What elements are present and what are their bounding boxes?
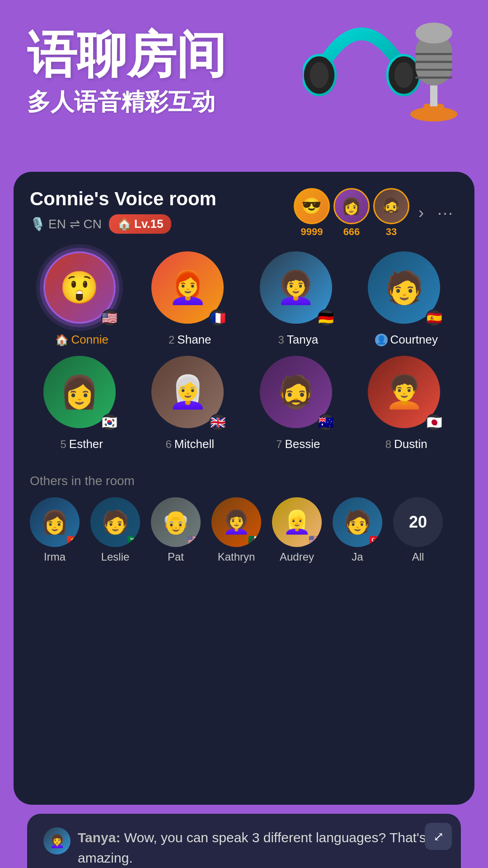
chat-content-tanya: Wow, you can speak 3 different languages… [78,830,426,865]
speaker-name-row-shane: 2 Shane [169,333,211,347]
speaker-name-row-dustin: 8 Dustin [385,437,427,451]
chat-overlay: ⤢ 👩‍🦱 Tanya: Wow, you can speak 3 differ… [27,814,461,868]
other-avatar-leslie: 🧑 🇸🇦 [90,497,140,547]
all-label: All [412,551,424,563]
others-title: Others in the room [30,474,458,488]
viewer-avatar-3: 🧔 [373,188,409,224]
other-name-audrey: Audrey [280,551,314,563]
speakers-section: 😲 🇺🇸 🏠 Connie 👩‍🦰 🇫🇷 2 Shane [14,247,474,465]
other-item-all[interactable]: 20 All [393,497,443,563]
room-meta: 🎙️ EN ⇌ CN 🏠 Lv.15 [30,214,216,234]
other-flag-leslie: 🇸🇦 [127,534,139,546]
speaker-name-connie: Connie [71,333,108,347]
speaker-item-esther[interactable]: 👩 🇰🇷 5 Esther [30,356,134,451]
other-name-leslie: Leslie [101,551,130,563]
other-name-pat: Pat [168,551,184,563]
speaker-name-row-tanya: 3 Tanya [278,333,318,347]
viewer-count-2: 666 [343,226,360,238]
speaker-num-tanya: 3 [278,334,284,346]
svg-point-1 [310,62,329,88]
others-section: Others in the room 👩 🇻🇳 Irma 🧑 🇸🇦 Leslie [14,465,474,572]
room-header: Connie's Voice room 🎙️ EN ⇌ CN 🏠 Lv.15 😎… [14,172,474,247]
microphone-icon [398,23,470,122]
speaker-name-bessie: Bessie [285,437,320,451]
viewer-avatar-2: 👩 [333,188,370,224]
speaker-flag-connie: 🇺🇸 [101,309,118,326]
speaker-avatar-wrapper-esther: 👩 🇰🇷 [43,356,120,433]
speaker-item-bessie[interactable]: 🧔 🇦🇺 7 Bessie [246,356,350,451]
speaker-name-row-bessie: 7 Bessie [276,437,320,451]
speaker-num-shane: 2 [169,334,174,346]
svg-point-12 [415,23,452,43]
viewer-count-3: 33 [386,226,397,238]
other-item-kathryn[interactable]: 👩‍🦱 🇩🇿 Kathryn [211,497,261,563]
speaker-name-esther: Esther [69,437,103,451]
viewer-avatar-1: 😎 [294,188,330,224]
speaker-name-shane: Shane [177,333,211,347]
user-icon-courtney: 👤 [375,334,388,346]
other-flag-irma: 🇻🇳 [66,534,79,546]
speaker-item-shane[interactable]: 👩‍🦰 🇫🇷 2 Shane [138,251,242,347]
speaker-num-esther: 5 [60,438,66,451]
speaker-avatar-wrapper-dustin: 🧑‍🦱 🇯🇵 [368,356,445,433]
speaker-flag-tanya: 🇩🇪 [318,309,335,326]
speaker-flag-dustin: 🇯🇵 [426,414,443,431]
speaker-name-row-connie: 🏠 Connie [55,333,108,347]
other-item-audrey[interactable]: 👱‍♀️ 🇺🇸 Audrey [272,497,322,563]
speaker-name-courtney: Courtney [390,333,438,347]
other-item-leslie[interactable]: 🧑 🇸🇦 Leslie [90,497,140,563]
speaker-flag-shane: 🇫🇷 [209,309,226,326]
viewer-item-3: 🧔 33 [373,188,409,238]
other-item-ja[interactable]: 🧑 🇹🇷 Ja [333,497,382,563]
viewer-count-1: 9999 [301,226,323,238]
other-avatar-audrey: 👱‍♀️ 🇺🇸 [272,497,322,547]
others-list: 👩 🇻🇳 Irma 🧑 🇸🇦 Leslie 👴 🇺🇸 Pat [30,497,458,563]
speaker-item-connie[interactable]: 😲 🇺🇸 🏠 Connie [30,251,134,347]
speaker-flag-mitchell: 🇬🇧 [209,414,226,431]
chat-message-tanya: 👩‍🦱 Tanya: Wow, you can speak 3 differen… [43,827,445,868]
viewer-item-1: 😎 9999 [294,188,330,238]
room-title-area: Connie's Voice room 🎙️ EN ⇌ CN 🏠 Lv.15 [30,188,216,234]
other-name-kathryn: Kathryn [218,551,255,563]
speaker-item-dustin[interactable]: 🧑‍🦱 🇯🇵 8 Dustin [355,356,459,451]
other-item-irma[interactable]: 👩 🇻🇳 Irma [30,497,80,563]
header-icons [303,9,470,118]
speakers-grid: 😲 🇺🇸 🏠 Connie 👩‍🦰 🇫🇷 2 Shane [30,251,458,451]
other-item-pat[interactable]: 👴 🇺🇸 Pat [151,497,201,563]
header-area: 语聊房间 多人语音精彩互动 [0,0,488,172]
room-viewers: 😎 9999 👩 666 🧔 33 › ··· [294,188,458,238]
viewer-item-2: 👩 666 [333,188,370,238]
other-flag-kathryn: 🇩🇿 [248,534,260,546]
chat-text-tanya: Tanya: Wow, you can speak 3 different la… [78,827,445,868]
other-avatar-irma: 👩 🇻🇳 [30,497,80,547]
speaker-item-courtney[interactable]: 🧑 🇪🇸 👤 Courtney [355,251,459,347]
speaker-item-tanya[interactable]: 👩‍🦱 🇩🇪 3 Tanya [246,251,350,347]
speaker-name-mitchell: Mitchell [174,437,214,451]
speaker-name-tanya: Tanya [287,333,318,347]
speaker-name-row-esther: 5 Esther [60,437,103,451]
other-flag-audrey: 🇺🇸 [309,534,321,546]
other-name-ja: Ja [352,551,363,563]
speaker-flag-bessie: 🇦🇺 [318,414,335,431]
more-options-button[interactable]: ··· [433,199,458,227]
speaker-avatar-wrapper-tanya: 👩‍🦱 🇩🇪 [260,251,337,328]
all-button[interactable]: 20 [393,497,443,547]
speaker-name-dustin: Dustin [394,437,427,451]
speaker-avatar-wrapper-courtney: 🧑 🇪🇸 [368,251,445,328]
speaker-avatar-wrapper-shane: 👩‍🦰 🇫🇷 [151,251,228,328]
speaker-avatar-wrapper-bessie: 🧔 🇦🇺 [260,356,337,433]
other-flag-ja: 🇹🇷 [369,534,381,546]
chat-overlay-wrapper: ⤢ 👩‍🦱 Tanya: Wow, you can speak 3 differ… [14,814,474,868]
speaker-flag-courtney: 🇪🇸 [426,309,443,326]
room-language: 🎙️ EN ⇌ CN [30,217,102,231]
speaker-item-mitchell[interactable]: 👩‍🦳 🇬🇧 6 Mitchell [138,356,242,451]
expand-chat-button[interactable]: ⤢ [425,823,452,850]
speaker-name-row-courtney: 👤 Courtney [375,333,438,347]
other-flag-pat: 🇺🇸 [188,534,200,546]
speaker-num-bessie: 7 [276,438,282,451]
chat-avatar-tanya: 👩‍🦱 [43,827,70,854]
svg-rect-6 [430,85,437,106]
speaker-avatar-wrapper-mitchell: 👩‍🦳 🇬🇧 [151,356,228,433]
speaker-num-mitchell: 6 [166,438,172,451]
viewers-chevron[interactable]: › [414,199,428,227]
